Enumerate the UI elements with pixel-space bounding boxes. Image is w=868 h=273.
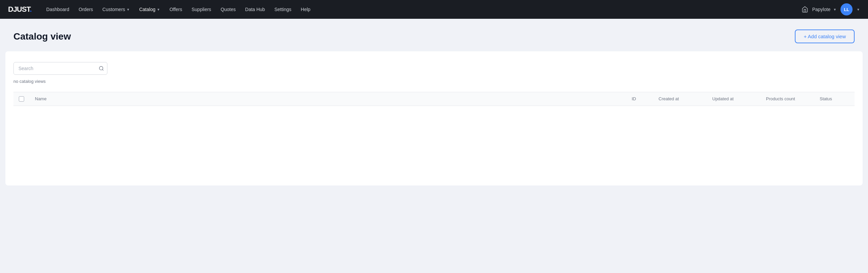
nav-link-dashboard[interactable]: Dashboard xyxy=(42,5,73,14)
content-card: no catalog views Name ID Created at Upda… xyxy=(5,51,863,185)
search-icon xyxy=(99,66,104,71)
table: Name ID Created at Updated at Products c… xyxy=(13,92,855,106)
svg-point-0 xyxy=(99,66,103,70)
th-checkbox xyxy=(13,96,30,102)
th-name: Name xyxy=(30,96,626,102)
nav-link-catalog[interactable]: Catalog ▼ xyxy=(135,5,164,14)
select-all-checkbox[interactable] xyxy=(19,96,24,102)
no-data-message: no catalog views xyxy=(13,79,855,84)
page-title: Catalog view xyxy=(13,31,71,42)
th-created-at: Created at xyxy=(653,96,707,102)
nav-link-offers[interactable]: Offers xyxy=(165,5,186,14)
add-catalog-view-button[interactable]: + Add catalog view xyxy=(795,30,855,43)
nav-links: Dashboard Orders Customers ▼ Catalog ▼ O… xyxy=(42,5,800,14)
th-id: ID xyxy=(626,96,653,102)
store-icon xyxy=(800,5,810,14)
th-products-count: Products count xyxy=(761,96,814,102)
nav-link-datahub[interactable]: Data Hub xyxy=(241,5,269,14)
th-status: Status xyxy=(814,96,855,102)
top-nav: DJUST. Dashboard Orders Customers ▼ Cata… xyxy=(0,0,868,19)
nav-link-customers[interactable]: Customers ▼ xyxy=(98,5,134,14)
chevron-down-icon: ▼ xyxy=(127,8,130,11)
svg-line-1 xyxy=(102,69,103,70)
logo[interactable]: DJUST. xyxy=(8,5,32,14)
search-button[interactable] xyxy=(99,66,104,71)
search-input[interactable] xyxy=(13,62,107,75)
nav-link-help[interactable]: Help xyxy=(297,5,314,14)
user-dropdown-icon: ▼ xyxy=(857,8,860,11)
store-dropdown-icon: ▼ xyxy=(833,8,836,11)
user-avatar[interactable]: LL xyxy=(840,3,852,15)
page-header: Catalog view + Add catalog view xyxy=(0,19,868,51)
store-selector[interactable]: Papylote ▼ xyxy=(800,5,836,14)
search-wrap xyxy=(13,62,107,75)
th-updated-at: Updated at xyxy=(707,96,761,102)
nav-link-quotes[interactable]: Quotes xyxy=(217,5,240,14)
nav-link-settings[interactable]: Settings xyxy=(270,5,296,14)
table-header: Name ID Created at Updated at Products c… xyxy=(13,92,855,106)
chevron-down-icon: ▼ xyxy=(157,8,160,11)
nav-link-suppliers[interactable]: Suppliers xyxy=(188,5,215,14)
nav-link-orders[interactable]: Orders xyxy=(74,5,97,14)
nav-right: Papylote ▼ LL ▼ xyxy=(800,3,860,15)
